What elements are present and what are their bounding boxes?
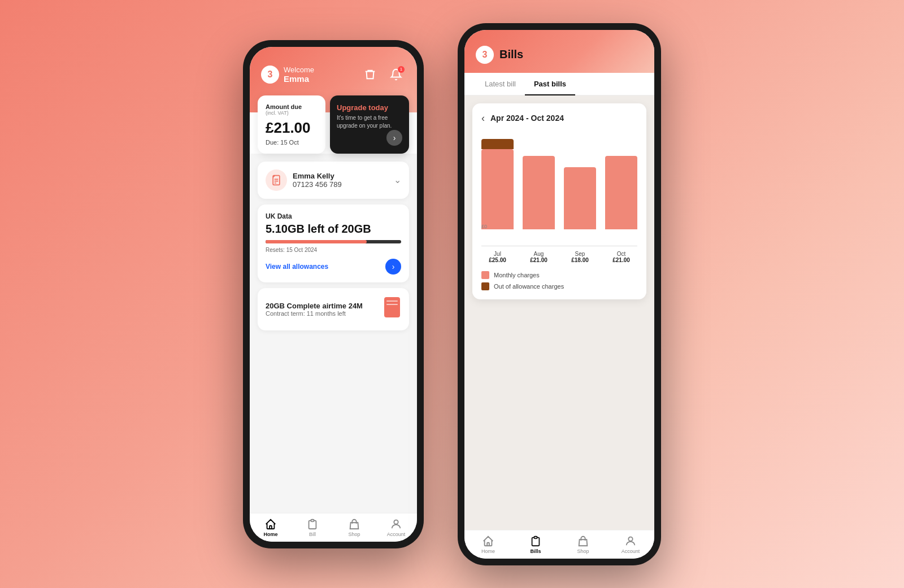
chart-area: £0 [481, 133, 637, 246]
bills-tabs: Latest bill Past bills [464, 73, 654, 95]
plan-icon [383, 296, 401, 323]
y-axis-label: £0 [481, 224, 487, 229]
x-label-jul: Jul £25.00 [481, 251, 514, 263]
bills-nav-bills[interactable]: Bills [512, 535, 559, 554]
bar-main-sep [564, 167, 596, 229]
welcome-text: Welcome Emma [284, 66, 314, 84]
bar-stack-oct [605, 139, 637, 229]
x-month-jul: Jul [481, 251, 514, 257]
legend-extra: Out of allowance charges [481, 282, 637, 290]
nav-shop[interactable]: Shop [333, 518, 375, 537]
phone-home-screen: 3 Welcome Emma [250, 47, 417, 542]
bar-sep [564, 139, 596, 229]
bell-icon-btn[interactable]: 1 [386, 65, 406, 84]
bar-oct [605, 139, 637, 229]
svg-rect-2 [386, 300, 398, 302]
bar-main-oct [605, 156, 637, 229]
upgrade-title: Upgrade today [337, 103, 402, 112]
data-resets: Resets: 15 Oct 2024 [266, 247, 401, 253]
bills-title: Bills [499, 48, 523, 61]
amount-value: £21.00 [266, 119, 318, 137]
tab-latest-bill[interactable]: Latest bill [476, 73, 525, 95]
chevron-down-icon[interactable]: ⌄ [394, 175, 401, 185]
data-card: UK Data 5.10GB left of 20GB Resets: 15 O… [258, 204, 409, 282]
sim-card[interactable]: Emma Kelly 07123 456 789 ⌄ [258, 162, 409, 199]
upgrade-arrow[interactable]: › [386, 130, 402, 146]
upgrade-desc: It's time to get a free upgrade on your … [337, 114, 402, 130]
bar-stack-jul [481, 139, 514, 229]
bar-stack-aug [523, 139, 555, 229]
header-icons: 1 [360, 65, 406, 84]
data-amount: 5.10GB left of 20GB [266, 223, 401, 236]
legend-monthly: Monthly charges [481, 271, 637, 279]
chart-bars: £0 [481, 133, 637, 229]
x-month-sep: Sep [564, 251, 596, 257]
x-amount-aug: £21.00 [523, 257, 555, 263]
logo-name: 3 Welcome Emma [261, 66, 314, 84]
svg-point-5 [628, 537, 632, 541]
data-bar [266, 240, 401, 243]
phone-bills: 3 Bills Latest bill Past bills ‹ Apr 202… [458, 23, 661, 565]
amount-due: Due: 15 Oct [266, 139, 318, 146]
bills-nav-bills-label: Bills [530, 548, 541, 554]
plan-card: 20GB Complete airtime 24M Contract term:… [258, 288, 409, 330]
chart-legend: Monthly charges Out of allowance charges [481, 271, 637, 290]
bar-main-jul [481, 149, 514, 229]
bills-content: ‹ Apr 2024 - Oct 2024 £0 [464, 95, 654, 530]
bills-bottom-nav: Home Bills Shop Account [464, 530, 654, 559]
legend-label-monthly: Monthly charges [494, 272, 540, 278]
three-logo-bills: 3 [476, 46, 494, 64]
view-allowances-btn[interactable]: › [385, 259, 401, 275]
x-label-aug: Aug £21.00 [523, 251, 555, 263]
x-month-aug: Aug [523, 251, 555, 257]
chart-x-labels: Jul £25.00 Aug £21.00 Sep £18.00 Oct £21… [481, 251, 637, 263]
sim-name: Emma Kelly [293, 172, 342, 180]
nav-bill-label: Bill [309, 532, 316, 537]
nav-home[interactable]: Home [250, 518, 292, 537]
amount-card[interactable]: Amount due (incl. VAT) £21.00 Due: 15 Oc… [258, 95, 325, 154]
x-label-sep: Sep £18.00 [564, 251, 596, 263]
chart-card: ‹ Apr 2024 - Oct 2024 £0 [472, 103, 646, 299]
upgrade-card[interactable]: Upgrade today It's time to get a free up… [330, 95, 409, 154]
three-logo: 3 [261, 66, 279, 84]
bills-nav-shop[interactable]: Shop [559, 535, 607, 554]
tab-past-bills[interactable]: Past bills [525, 73, 575, 95]
bar-extra-jul [481, 139, 514, 149]
bills-header: 3 Bills [464, 30, 654, 73]
bills-nav-home[interactable]: Home [464, 535, 512, 554]
svg-rect-1 [384, 297, 400, 317]
welcome-line: Welcome [284, 66, 314, 74]
bar-aug [523, 139, 555, 229]
bar-jul [481, 139, 514, 229]
bar-main-aug [523, 156, 555, 229]
data-bar-fill [266, 240, 367, 243]
svg-point-4 [394, 520, 398, 524]
nav-account[interactable]: Account [375, 518, 417, 537]
legend-dot-extra [481, 282, 489, 290]
view-allowances-link[interactable]: View all allowances [266, 263, 328, 271]
nav-home-label: Home [263, 532, 277, 537]
bills-nav-account-label: Account [621, 548, 640, 554]
x-month-oct: Oct [605, 251, 637, 257]
bills-nav-shop-label: Shop [577, 548, 589, 554]
amount-label: Amount due [266, 103, 318, 110]
x-amount-jul: £25.00 [481, 257, 514, 263]
bar-stack-sep [564, 139, 596, 229]
chart-date-range: Apr 2024 - Oct 2024 [490, 114, 564, 123]
view-allowances-row: View all allowances › [266, 259, 401, 275]
phone-home: 3 Welcome Emma [243, 40, 424, 548]
chart-header: ‹ Apr 2024 - Oct 2024 [481, 112, 637, 124]
nav-bill[interactable]: Bill [292, 518, 333, 537]
amount-sublabel: (incl. VAT) [266, 110, 318, 116]
chart-back-btn[interactable]: ‹ [481, 112, 485, 124]
data-label: UK Data [266, 212, 401, 220]
notif-badge: 1 [398, 66, 405, 73]
plan-name: 20GB Complete airtime 24M [266, 302, 363, 310]
bottom-nav: Home Bill Shop Account [250, 513, 417, 542]
plan-term: Contract term: 11 months left [266, 310, 363, 317]
bucket-icon-btn[interactable] [360, 65, 380, 84]
phone-bills-screen: 3 Bills Latest bill Past bills ‹ Apr 202… [464, 30, 654, 559]
nav-account-label: Account [387, 532, 406, 537]
chart-baseline [481, 246, 637, 246]
bills-nav-account[interactable]: Account [607, 535, 654, 554]
